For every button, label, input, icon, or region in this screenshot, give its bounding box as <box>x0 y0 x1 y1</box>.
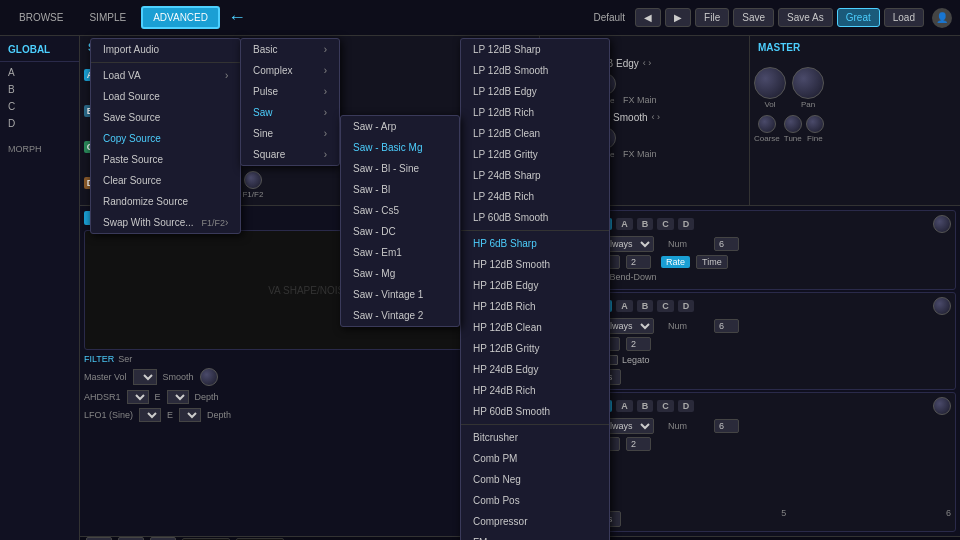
filter-hp12-clean[interactable]: HP 12dB Clean <box>461 317 609 338</box>
time-btn-1[interactable]: Time <box>696 255 728 269</box>
newest-v2-3[interactable] <box>626 437 651 451</box>
menu-swap-source[interactable]: Swap With Source... F1/F2 › <box>91 212 240 233</box>
next-button[interactable]: ▶ <box>665 8 691 27</box>
sidebar-item-b[interactable]: B <box>0 81 79 98</box>
num-input-2[interactable] <box>714 319 739 333</box>
master-vol-select[interactable] <box>133 369 157 385</box>
e-select[interactable] <box>167 390 189 404</box>
menu-clear-source[interactable]: Clear Source <box>91 170 240 191</box>
filter-hp6-sharp[interactable]: HP 6dB Sharp <box>461 233 609 254</box>
menu-randomize-source[interactable]: Randomize Source <box>91 191 240 212</box>
menu-load-source[interactable]: Load Source <box>91 86 240 107</box>
menu-import-audio[interactable]: Import Audio <box>91 39 240 60</box>
filter-lp12-smooth[interactable]: LP 12dB Smooth <box>461 60 609 81</box>
knob-master-pan[interactable] <box>792 67 824 99</box>
prev-button[interactable]: ◀ <box>635 8 661 27</box>
save-as-button[interactable]: Save As <box>778 8 833 27</box>
voices-tab-b-1[interactable]: B <box>637 218 654 230</box>
voices-tab-d-2[interactable]: D <box>678 300 695 312</box>
voices-tab-a-1[interactable]: A <box>616 218 633 230</box>
saw-item-em1[interactable]: Saw - Em1 <box>341 242 459 263</box>
knob-glide-2[interactable] <box>933 297 951 315</box>
voices-tab-d-3[interactable]: D <box>678 400 695 412</box>
newest-v2-1[interactable] <box>626 255 651 269</box>
saw-item-bl-sine[interactable]: Saw - Bl - Sine <box>341 158 459 179</box>
voices-tab-c-3[interactable]: C <box>657 400 674 412</box>
tab-browse[interactable]: BROWSE <box>8 7 74 28</box>
voices-tab-a-2[interactable]: A <box>616 300 633 312</box>
knob-master-vol[interactable] <box>754 67 786 99</box>
save-button[interactable]: Save <box>733 8 774 27</box>
va-item-complex[interactable]: Complex › <box>241 60 339 81</box>
filter-lp12-rich[interactable]: LP 12dB Rich <box>461 102 609 123</box>
va-item-pulse[interactable]: Pulse › <box>241 81 339 102</box>
lfo-e-select[interactable] <box>179 408 201 422</box>
menu-paste-source[interactable]: Paste Source <box>91 149 240 170</box>
tab-advanced[interactable]: ADVANCED <box>141 6 220 29</box>
filter-comb-neg[interactable]: Comb Neg <box>461 469 609 490</box>
filter-hp12-edgy[interactable]: HP 12dB Edgy <box>461 275 609 296</box>
menu-copy-source[interactable]: Copy Source <box>91 128 240 149</box>
voices-tab-b-2[interactable]: B <box>637 300 654 312</box>
filter-lp12-edgy[interactable]: LP 12dB Edgy <box>461 81 609 102</box>
filter-lp12-gritty[interactable]: LP 12dB Gritty <box>461 144 609 165</box>
ahdsr-select[interactable] <box>127 390 149 404</box>
filter-comb-pos[interactable]: Comb Pos <box>461 490 609 511</box>
filter-fm[interactable]: FM <box>461 532 609 540</box>
filter-lp24-rich[interactable]: LP 24dB Rich <box>461 186 609 207</box>
filter-comb-pm[interactable]: Comb PM <box>461 448 609 469</box>
knob-fine[interactable] <box>806 115 824 133</box>
va-item-basic[interactable]: Basic › <box>241 39 339 60</box>
filter-hp12-smooth[interactable]: HP 12dB Smooth <box>461 254 609 275</box>
knob-smooth[interactable] <box>200 368 218 386</box>
newest-v2-2[interactable] <box>626 337 651 351</box>
menu-save-source[interactable]: Save Source <box>91 107 240 128</box>
filter-lp12-sharp[interactable]: LP 12dB Sharp <box>461 39 609 60</box>
voices-tab-c-2[interactable]: C <box>657 300 674 312</box>
load-button[interactable]: Load <box>884 8 924 27</box>
filter1-nav[interactable]: ‹ › <box>643 58 652 68</box>
voices-tab-a-3[interactable]: A <box>616 400 633 412</box>
filter-hp24-edgy[interactable]: HP 24dB Edgy <box>461 359 609 380</box>
va-item-square[interactable]: Square › <box>241 144 339 165</box>
saw-item-vintage2[interactable]: Saw - Vintage 2 <box>341 305 459 326</box>
saw-item-mg[interactable]: Saw - Mg <box>341 263 459 284</box>
lfo-select[interactable] <box>139 408 161 422</box>
knob-coarse[interactable] <box>758 115 776 133</box>
filter-hp12-rich[interactable]: HP 12dB Rich <box>461 296 609 317</box>
saw-item-bl[interactable]: Saw - Bl <box>341 179 459 200</box>
knob-tune[interactable] <box>784 115 802 133</box>
sidebar-item-d[interactable]: D <box>0 115 79 132</box>
saw-item-cs5[interactable]: Saw - Cs5 <box>341 200 459 221</box>
voices-tab-c-1[interactable]: C <box>657 218 674 230</box>
sidebar-item-a[interactable]: A <box>0 64 79 81</box>
filter-lp60-smooth[interactable]: LP 60dB Smooth <box>461 207 609 228</box>
filter-compressor[interactable]: Compressor <box>461 511 609 532</box>
menu-load-va[interactable]: Load VA › <box>91 65 240 86</box>
saw-item-arp[interactable]: Saw - Arp <box>341 116 459 137</box>
saw-item-basic-mg[interactable]: Saw - Basic Mg <box>341 137 459 158</box>
filter-hp24-rich[interactable]: HP 24dB Rich <box>461 380 609 401</box>
va-item-saw[interactable]: Saw › <box>241 102 339 123</box>
legato-checkbox[interactable]: Legato <box>608 354 650 366</box>
filter2-nav[interactable]: ‹ › <box>652 112 661 122</box>
knob-glide-1[interactable] <box>933 215 951 233</box>
user-avatar[interactable]: 👤 <box>932 8 952 28</box>
saw-item-dc[interactable]: Saw - DC <box>341 221 459 242</box>
voices-tab-b-3[interactable]: B <box>637 400 654 412</box>
num-input-1[interactable] <box>714 237 739 251</box>
knob-f1f2-d[interactable] <box>244 171 262 189</box>
filter-lp12-clean[interactable]: LP 12dB Clean <box>461 123 609 144</box>
saw-item-vintage1[interactable]: Saw - Vintage 1 <box>341 284 459 305</box>
file-button[interactable]: File <box>695 8 729 27</box>
filter-hp60-smooth[interactable]: HP 60dB Smooth <box>461 401 609 422</box>
tab-simple[interactable]: SIMPLE <box>78 7 137 28</box>
num-input-3[interactable] <box>714 419 739 433</box>
filter-lp24-sharp[interactable]: LP 24dB Sharp <box>461 165 609 186</box>
knob-glide-3[interactable] <box>933 397 951 415</box>
sidebar-item-c[interactable]: C <box>0 98 79 115</box>
filter-hp12-gritty[interactable]: HP 12dB Gritty <box>461 338 609 359</box>
great-button[interactable]: Great <box>837 8 880 27</box>
va-item-sine[interactable]: Sine › <box>241 123 339 144</box>
rate-btn-1[interactable]: Rate <box>661 256 690 268</box>
